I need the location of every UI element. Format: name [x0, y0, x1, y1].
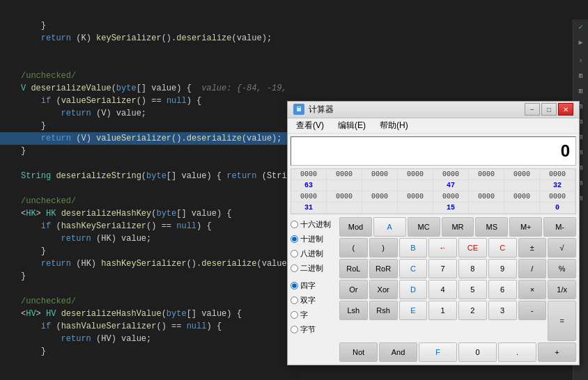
- a-button[interactable]: A: [373, 217, 406, 237]
- code-line: }: [0, 245, 289, 258]
- multiply-button[interactable]: ×: [518, 280, 547, 299]
- dword-radio[interactable]: 双字: [291, 293, 338, 307]
- calc-display: 0: [291, 136, 576, 166]
- arrow-right-icon[interactable]: ▶: [575, 36, 587, 49]
- byte-radio[interactable]: 字节: [291, 322, 338, 336]
- minus-button[interactable]: -: [518, 301, 547, 320]
- button-grid: Mod A MC MR MS M+ M- ( ) B ← CE C ± √: [339, 217, 576, 362]
- percent-button[interactable]: %: [548, 259, 576, 278]
- btn-row-3: RoL RoR C 7 8 9 / %: [339, 259, 576, 278]
- mplus-button[interactable]: M+: [509, 217, 542, 237]
- code-line: if (valueSerializer() == null) {: [0, 95, 289, 107]
- mc-button[interactable]: MC: [408, 217, 440, 237]
- rparen-button[interactable]: ): [369, 238, 398, 258]
- hex-grid: 0000 0000 0000 0000 0000 0000 0000 0000 …: [291, 168, 576, 214]
- lsh-button[interactable]: Lsh: [339, 301, 368, 320]
- divide-button[interactable]: /: [518, 259, 547, 278]
- xor-button[interactable]: Xor: [369, 280, 398, 299]
- sqrt-button[interactable]: √: [548, 238, 576, 258]
- rsh-button[interactable]: Rsh: [369, 301, 398, 320]
- dec-mode-radio[interactable]: 十进制: [291, 232, 338, 246]
- code-line: return (HV) value;: [0, 333, 289, 345]
- 9-button[interactable]: 9: [488, 259, 517, 278]
- code-line: /unchecked/: [0, 295, 289, 308]
- hex-cell: 0000: [433, 191, 469, 203]
- code-line: [0, 57, 289, 70]
- plus-button[interactable]: +: [538, 342, 576, 362]
- hex-cell: 0000: [362, 169, 398, 180]
- 0-button[interactable]: 0: [458, 342, 497, 362]
- close-button[interactable]: ✕: [558, 103, 573, 116]
- menu-view[interactable]: 查看(V): [291, 118, 330, 133]
- f-button[interactable]: F: [419, 342, 457, 362]
- mr-button[interactable]: MR: [442, 217, 474, 237]
- reciprocal-button[interactable]: 1/x: [548, 280, 576, 299]
- equals-button[interactable]: =: [548, 301, 576, 341]
- hex-cell: 63: [291, 180, 327, 191]
- mod-button[interactable]: Mod: [339, 217, 372, 237]
- backspace-button[interactable]: ←: [428, 238, 457, 258]
- hex-cell: 0000: [291, 169, 327, 180]
- e-button[interactable]: E: [399, 301, 428, 320]
- hex-cell: [469, 180, 504, 191]
- hex-cell: [504, 180, 540, 191]
- code-line: [0, 157, 289, 170]
- 1-button[interactable]: 1: [428, 301, 457, 320]
- lparen-button[interactable]: (: [339, 238, 368, 258]
- btn-row-5: Lsh Rsh E 1 2 3 - =: [339, 301, 576, 341]
- b-button[interactable]: B: [399, 238, 428, 258]
- not-button[interactable]: Not: [339, 342, 378, 362]
- 6-button[interactable]: 6: [488, 280, 517, 299]
- c-hex-button[interactable]: C: [399, 259, 428, 278]
- checkmark-icon[interactable]: ✓: [575, 21, 587, 33]
- display-value: 0: [561, 141, 570, 161]
- code-line: /unchecked/: [0, 195, 289, 207]
- oct-mode-radio[interactable]: 八进制: [291, 246, 338, 260]
- calc-title-text: 计算器: [309, 104, 334, 116]
- and-button[interactable]: And: [379, 342, 417, 362]
- code-line: if (hashKeySerializer() == null) {: [0, 220, 289, 232]
- 8-button[interactable]: 8: [458, 259, 487, 278]
- hex-cell: 0000: [504, 191, 540, 203]
- 4-button[interactable]: 4: [428, 280, 457, 299]
- dot-button[interactable]: .: [498, 342, 536, 362]
- word-size-group: 四字 双字 字 字节: [291, 278, 338, 336]
- code-line: <HV> HV deserializeHashValue(byte[] valu…: [0, 308, 289, 320]
- 3-button[interactable]: 3: [488, 301, 517, 320]
- menu-edit[interactable]: 编辑(E): [332, 118, 371, 133]
- hex-cell: 0000: [504, 169, 540, 180]
- hex-cell: [327, 180, 362, 191]
- ce-button[interactable]: CE: [458, 238, 487, 258]
- ror-button[interactable]: RoR: [369, 259, 398, 278]
- 2-button[interactable]: 2: [458, 301, 487, 320]
- code-line: }: [0, 120, 289, 132]
- code-line: [0, 45, 289, 57]
- maximize-button[interactable]: □: [541, 103, 557, 116]
- code-editor[interactable]: } return (K) keySerializer().deserialize…: [0, 19, 289, 380]
- c-button[interactable]: C: [488, 238, 517, 258]
- chevron-right-icon[interactable]: ›: [575, 54, 587, 67]
- bin-mode-radio[interactable]: 二进制: [291, 261, 338, 275]
- code-line: /unchecked/: [0, 70, 289, 82]
- d-button[interactable]: D: [399, 280, 428, 299]
- qword-radio[interactable]: 四字: [291, 278, 338, 292]
- code-line: return (HK) value;: [0, 232, 289, 245]
- btn-row-6: Not And F 0 . +: [339, 342, 576, 362]
- word-radio[interactable]: 字: [291, 308, 338, 322]
- minimize-button[interactable]: −: [525, 103, 540, 116]
- 5-button[interactable]: 5: [458, 280, 487, 299]
- code-line: return (V) value;: [0, 107, 289, 120]
- hex-cell: 0000: [327, 169, 362, 180]
- hex-cell: [362, 180, 398, 191]
- rol-button[interactable]: RoL: [339, 259, 368, 278]
- ms-button[interactable]: MS: [475, 217, 508, 237]
- m-label-1: m: [575, 70, 587, 82]
- 7-button[interactable]: 7: [428, 259, 457, 278]
- hex-cell: 32: [540, 180, 575, 191]
- or-button[interactable]: Or: [339, 280, 368, 299]
- mminus-button[interactable]: M-: [543, 217, 576, 237]
- hex-mode-radio[interactable]: 十六进制: [291, 217, 338, 231]
- menu-help[interactable]: 帮助(H): [374, 118, 414, 133]
- calc-button-area: 十六进制 十进制 八进制 二进制 四字: [288, 214, 579, 365]
- plusminus-button[interactable]: ±: [518, 238, 547, 258]
